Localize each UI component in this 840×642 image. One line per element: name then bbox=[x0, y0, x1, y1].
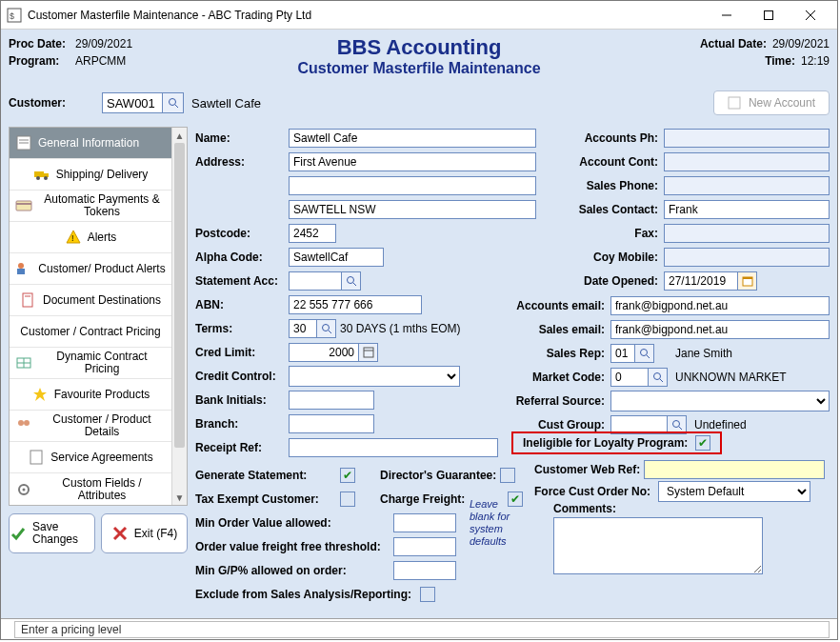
window-buttons bbox=[706, 2, 831, 29]
salesrep-code-input[interactable] bbox=[610, 344, 635, 363]
close-button[interactable] bbox=[790, 2, 831, 29]
address1-input[interactable] bbox=[289, 152, 536, 171]
nav-label: Customer / Contract Pricing bbox=[20, 326, 160, 338]
webref-label: Customer Web Ref: bbox=[534, 463, 640, 476]
svg-point-28 bbox=[18, 420, 24, 426]
svg-rect-3 bbox=[765, 10, 773, 19]
nav-auto-payments[interactable]: Automatic Payments & Tokens bbox=[10, 191, 171, 222]
credlimit-input[interactable] bbox=[289, 343, 359, 362]
name-input[interactable] bbox=[289, 129, 536, 148]
dateopened-label: Date Opened: bbox=[553, 274, 658, 288]
scroll-track[interactable] bbox=[172, 143, 187, 490]
nav-label: Customer / Product Details bbox=[38, 413, 166, 438]
accemail-input[interactable] bbox=[610, 296, 830, 315]
nav-label: Dynamic Contract Pricing bbox=[38, 351, 166, 375]
exit-button[interactable]: Exit (F4) bbox=[101, 513, 188, 553]
custgroup-label: Cust Group: bbox=[500, 418, 605, 431]
forceorder-label: Force Cust Order No: bbox=[534, 485, 658, 498]
address3-input[interactable] bbox=[289, 200, 536, 219]
nav-label: Customer/ Product Alerts bbox=[38, 263, 165, 275]
svg-text:$: $ bbox=[10, 11, 14, 21]
exclude-checkbox[interactable] bbox=[420, 587, 435, 602]
coymobile-input[interactable] bbox=[664, 248, 830, 267]
svg-point-45 bbox=[653, 373, 660, 380]
abn-input[interactable] bbox=[289, 295, 422, 314]
accph-input[interactable] bbox=[664, 129, 830, 148]
nav-service-agreements[interactable]: Service Agreements bbox=[10, 442, 171, 473]
freightfree-input[interactable] bbox=[393, 537, 456, 556]
actual-date: 29/09/2021 bbox=[772, 37, 830, 50]
nav-customer-product-alerts[interactable]: Customer/ Product Alerts bbox=[10, 253, 171, 285]
save-label: Save Changes bbox=[32, 521, 94, 546]
scroll-up-icon[interactable]: ▲ bbox=[172, 128, 187, 143]
address-label: Address: bbox=[195, 155, 289, 169]
terms-code-input[interactable] bbox=[289, 319, 317, 338]
nav-customer-product-details[interactable]: Customer / Product Details bbox=[10, 411, 171, 442]
webref-input[interactable] bbox=[644, 460, 825, 479]
comments-input[interactable] bbox=[553, 517, 763, 574]
action-buttons: Save Changes Exit (F4) bbox=[9, 513, 188, 553]
nav-custom-fields[interactable]: Custom Fields / Attributes bbox=[10, 473, 171, 505]
proc-date-label: Proc Date: bbox=[9, 35, 75, 52]
save-button[interactable]: Save Changes bbox=[9, 513, 95, 553]
scroll-down-icon[interactable]: ▼ bbox=[172, 490, 187, 505]
salescont-input[interactable] bbox=[664, 200, 830, 219]
coymobile-label: Coy Mobile: bbox=[553, 251, 658, 264]
calculator-icon[interactable] bbox=[359, 343, 378, 362]
svg-point-47 bbox=[672, 421, 679, 428]
forceorder-select[interactable]: System Default bbox=[658, 481, 810, 502]
search-icon[interactable] bbox=[342, 271, 361, 291]
brand-title: BBS Accounting bbox=[180, 35, 658, 60]
maximize-button[interactable] bbox=[748, 2, 790, 29]
bankinit-input[interactable] bbox=[289, 391, 374, 410]
loyalty-checkbox[interactable] bbox=[695, 435, 710, 451]
receipt-input[interactable] bbox=[289, 438, 498, 457]
dateopened-input[interactable] bbox=[664, 271, 738, 291]
creditcontrol-select[interactable] bbox=[289, 366, 460, 387]
svg-rect-17 bbox=[16, 203, 31, 205]
nav-general-information[interactable]: General Information bbox=[10, 128, 171, 159]
acccont-input[interactable] bbox=[664, 152, 830, 171]
search-icon[interactable] bbox=[163, 92, 184, 113]
nav-alerts[interactable]: !Alerts bbox=[10, 222, 171, 253]
new-account-button[interactable]: New Account bbox=[713, 90, 830, 115]
fax-input[interactable] bbox=[664, 224, 830, 243]
nav-favourite-products[interactable]: Favourite Products bbox=[10, 379, 171, 411]
refsource-select[interactable] bbox=[610, 391, 830, 411]
nav-shipping-delivery[interactable]: Shipping/ Delivery bbox=[10, 159, 171, 191]
program-label: Program: bbox=[9, 52, 75, 70]
fax-label: Fax: bbox=[553, 227, 658, 240]
nav-scrollbar[interactable]: ▲ ▼ bbox=[171, 128, 187, 505]
nav-contract-pricing[interactable]: Customer / Contract Pricing bbox=[10, 316, 171, 348]
nav-list: General Information Shipping/ Delivery A… bbox=[10, 128, 171, 505]
salesemail-input[interactable] bbox=[610, 320, 830, 339]
scroll-thumb[interactable] bbox=[174, 143, 185, 448]
alpha-input[interactable] bbox=[289, 248, 384, 267]
customer-code-input[interactable] bbox=[102, 92, 163, 113]
search-icon[interactable] bbox=[317, 319, 336, 338]
search-icon[interactable] bbox=[649, 368, 668, 387]
nav-dynamic-pricing[interactable]: Dynamic Contract Pricing bbox=[10, 348, 171, 379]
minimize-button[interactable] bbox=[706, 2, 748, 29]
directors-checkbox[interactable] bbox=[500, 468, 515, 483]
minorder-input[interactable] bbox=[393, 513, 456, 532]
svg-rect-21 bbox=[17, 269, 25, 274]
svg-line-48 bbox=[679, 427, 682, 430]
search-icon[interactable] bbox=[635, 344, 654, 363]
address2-input[interactable] bbox=[289, 176, 536, 195]
taxexempt-checkbox[interactable] bbox=[340, 492, 355, 507]
salesph-input[interactable] bbox=[664, 176, 830, 195]
acccont-label: Account Cont: bbox=[553, 155, 658, 169]
window-title: Customer Masterfile Maintenance - ABC Tr… bbox=[28, 9, 706, 22]
bankinit-label: Bank Initials: bbox=[195, 393, 289, 407]
postcode-input[interactable] bbox=[289, 224, 336, 243]
branch-input[interactable] bbox=[289, 414, 374, 433]
titlebar: $ Customer Masterfile Maintenance - ABC … bbox=[1, 1, 837, 30]
genstmt-checkbox[interactable] bbox=[340, 468, 355, 483]
nav-doc-destinations[interactable]: Document Destinations bbox=[10, 285, 171, 316]
calendar-icon[interactable] bbox=[738, 271, 757, 291]
stmtacc-input[interactable] bbox=[289, 271, 342, 291]
svg-marker-27 bbox=[33, 388, 47, 401]
mingp-input[interactable] bbox=[393, 561, 456, 580]
marketcode-input[interactable] bbox=[610, 368, 649, 387]
